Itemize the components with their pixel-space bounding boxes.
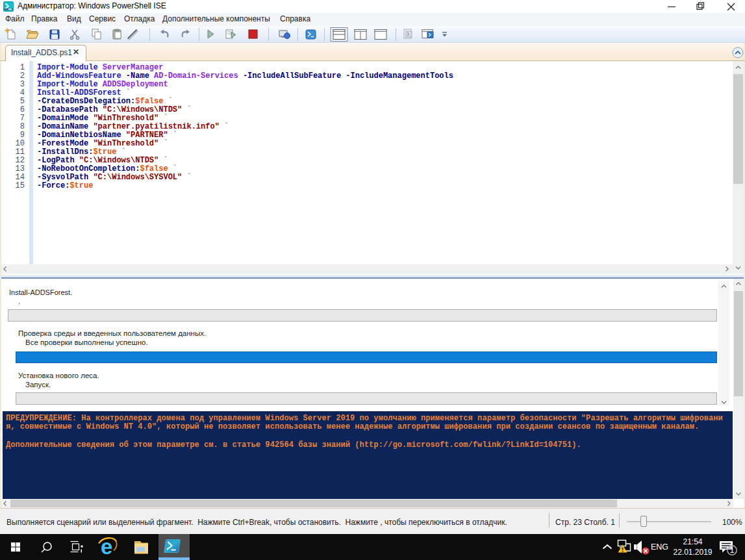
svg-text:22.01.2019: 22.01.2019: [673, 548, 712, 557]
svg-text:21:54: 21:54: [683, 537, 702, 546]
svg-text:ENG: ENG: [651, 542, 668, 552]
svg-text:1: 1: [730, 546, 735, 555]
